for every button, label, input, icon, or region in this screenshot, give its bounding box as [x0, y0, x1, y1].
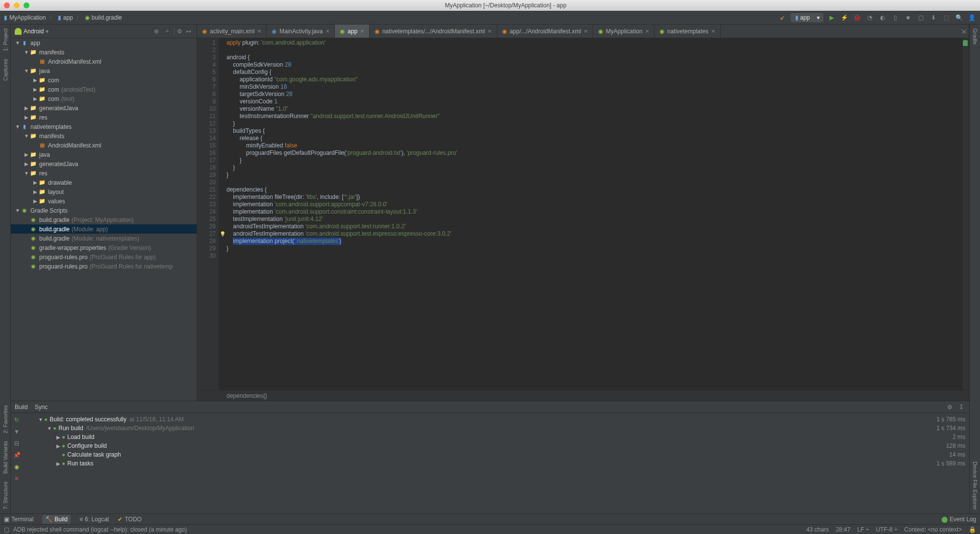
expand-toggle[interactable]: ▼: [46, 426, 53, 431]
hide-icon[interactable]: ↦: [185, 27, 193, 35]
minimize-window-button[interactable]: [14, 2, 20, 8]
attach-icon[interactable]: ▯: [891, 13, 900, 22]
build-tab-build[interactable]: Build: [15, 404, 28, 411]
expand-toggle[interactable]: ▶: [24, 152, 29, 157]
expand-toggle[interactable]: ▶: [32, 87, 38, 92]
tree-row[interactable]: ▶📁com(test): [11, 94, 197, 103]
tree-row[interactable]: ▶📁com: [11, 75, 197, 85]
close-tab-icon[interactable]: ×: [645, 27, 649, 35]
code-content[interactable]: apply plugin: 'com.android.application' …: [226, 38, 963, 390]
tree-row[interactable]: ◉gradle-wrapper.properties(Gradle Versio…: [11, 243, 197, 252]
build-row[interactable]: ▶●Configure build128 ms: [23, 441, 969, 450]
build-tree[interactable]: ▼●Build: completed successfullyat 11/5/1…: [23, 413, 969, 513]
editor-tab[interactable]: ◉nativetemplates/.../AndroidManifest.xml…: [370, 24, 497, 38]
user-icon[interactable]: 👤: [967, 13, 976, 22]
filter-icon[interactable]: ▼: [13, 428, 21, 436]
gear-icon[interactable]: ⚙: [946, 403, 954, 411]
rail-structure[interactable]: 7: Structure: [2, 478, 8, 513]
gear-icon[interactable]: ⚙: [174, 27, 182, 35]
tree-row[interactable]: ▼▮nativetemplates: [11, 122, 197, 131]
tree-row[interactable]: ▶📁com(androidTest): [11, 85, 197, 94]
expand-toggle[interactable]: ▼: [24, 170, 29, 176]
terminal-tab[interactable]: ▣Terminal: [4, 516, 33, 523]
tree-row[interactable]: ▶📁drawable: [11, 178, 197, 187]
project-tree[interactable]: ▼▮app▼📁manifests▦AndroidManifest.xml▼📁ja…: [11, 38, 197, 401]
breadcrumb-module[interactable]: ▮app: [58, 14, 73, 21]
rail-device-explorer[interactable]: Device File Explorer: [972, 458, 978, 513]
status-lock-icon[interactable]: 🔒: [969, 526, 976, 533]
rerun-icon[interactable]: ↻: [13, 416, 21, 424]
expand-toggle[interactable]: ▼: [15, 208, 21, 213]
expand-toggle[interactable]: ▶: [32, 77, 38, 83]
expand-toggle[interactable]: ▶: [24, 161, 29, 167]
tree-row[interactable]: ▶📁res: [11, 113, 197, 122]
close-tab-icon[interactable]: ×: [488, 27, 492, 35]
status-position[interactable]: 28:47: [836, 526, 851, 533]
build-tab-sync[interactable]: Sync: [35, 404, 48, 411]
clear-icon[interactable]: ✕: [13, 475, 21, 483]
status-box-icon[interactable]: ▢: [4, 526, 9, 533]
status-context[interactable]: Context: <no context>: [905, 526, 962, 533]
close-tab-icon[interactable]: ×: [711, 27, 715, 35]
tree-row[interactable]: ▶📁generatedJava: [11, 103, 197, 113]
expand-toggle[interactable]: ▶: [24, 115, 29, 120]
expand-toggle[interactable]: ▼: [24, 68, 29, 73]
tree-row[interactable]: ◉build.gradle(Module: nativetemplates): [11, 234, 197, 243]
expand-toggle[interactable]: ▶: [55, 461, 62, 466]
build-tab[interactable]: 🔨Build: [42, 515, 71, 524]
editor-tab[interactable]: ◉activity_main.xml×: [197, 24, 267, 38]
expand-toggle[interactable]: ▶: [32, 96, 38, 101]
expand-toggle[interactable]: ▶: [32, 189, 38, 194]
rail-project[interactable]: 1: Project: [2, 24, 8, 55]
avd-icon[interactable]: ▢: [916, 13, 925, 22]
logcat-tab[interactable]: ≡6: Logcat: [79, 516, 109, 523]
breadcrumb-root[interactable]: ▮MyApplication: [4, 14, 46, 21]
run-button[interactable]: ▶: [827, 13, 836, 22]
tree-row[interactable]: ▼📁java: [11, 66, 197, 75]
maximize-window-button[interactable]: [24, 2, 29, 8]
expand-toggle[interactable]: ▶: [24, 105, 29, 111]
tree-row[interactable]: ▼📁manifests: [11, 48, 197, 57]
rail-captures[interactable]: Captures: [2, 55, 8, 85]
build-row[interactable]: ▼●Run build/Users/jweisbaum/Desktop/MyAp…: [23, 424, 969, 433]
search-icon[interactable]: 🔍: [955, 13, 963, 22]
tree-row[interactable]: ▦AndroidManifest.xml: [11, 57, 197, 66]
tree-row[interactable]: ◉build.gradle(Module: app): [11, 224, 197, 234]
editor-tab[interactable]: ◉nativetemplates×: [654, 24, 721, 38]
tree-row[interactable]: ◉proguard-rules.pro(ProGuard Rules for n…: [11, 262, 197, 271]
layout-icon[interactable]: ⬚: [942, 13, 951, 22]
expand-toggle[interactable]: ▶: [32, 180, 38, 185]
expand-toggle[interactable]: ▶: [32, 198, 38, 204]
tree-row[interactable]: ▦AndroidManifest.xml: [11, 141, 197, 150]
status-line-ending[interactable]: LF ÷: [857, 526, 869, 533]
rail-favorites[interactable]: 2: Favorites: [2, 401, 8, 437]
expand-toggle[interactable]: ▶: [55, 443, 62, 449]
editor-tab[interactable]: ◉MyApplication×: [593, 24, 654, 38]
expand-toggle[interactable]: ▼: [15, 124, 21, 129]
sync-icon[interactable]: ↙: [778, 13, 787, 22]
tree-row[interactable]: ▶📁generatedJava: [11, 159, 197, 169]
build-row[interactable]: ▼●Build: completed successfullyat 11/5/1…: [23, 415, 969, 424]
expand-toggle[interactable]: ▶: [55, 435, 62, 440]
tree-row[interactable]: ▼📁res: [11, 169, 197, 178]
android-icon[interactable]: ◉: [13, 463, 21, 471]
tree-row[interactable]: ◉build.gradle(Project: MyApplication): [11, 215, 197, 224]
tree-row[interactable]: ▼📁manifests: [11, 131, 197, 141]
sdk-icon[interactable]: ⬇: [929, 13, 938, 22]
scroll-to-source-icon[interactable]: ⊕: [152, 27, 160, 35]
tree-row[interactable]: ▶📁values: [11, 196, 197, 206]
tree-row[interactable]: ▼◉Gradle Scripts: [11, 206, 197, 215]
pin-icon[interactable]: 📌: [13, 451, 21, 459]
editor-tab[interactable]: ◉MainActivity.java×: [267, 24, 335, 38]
close-tab-icon[interactable]: ×: [584, 27, 588, 35]
tree-row[interactable]: ▶📁layout: [11, 187, 197, 196]
close-window-button[interactable]: [4, 2, 10, 8]
close-tab-icon[interactable]: ×: [360, 27, 364, 35]
project-view-selector[interactable]: Android ▾: [15, 28, 49, 35]
close-tab-icon[interactable]: ×: [326, 27, 329, 35]
tree-row[interactable]: ▼▮app: [11, 38, 197, 48]
stop-icon[interactable]: ■: [904, 13, 912, 22]
collapse-icon[interactable]: ÷: [163, 27, 171, 35]
build-row[interactable]: ▶●Load build2 ms: [23, 433, 969, 441]
event-log-tab[interactable]: ⬤Event Log: [941, 516, 976, 523]
